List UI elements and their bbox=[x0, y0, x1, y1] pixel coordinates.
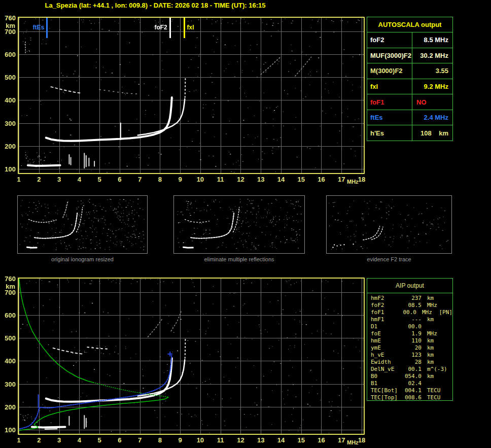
bottom-y-unit-label: km bbox=[1, 283, 15, 290]
bottom-x-tick-10: 10 bbox=[193, 436, 208, 444]
top-x-tick-1: 1 bbox=[11, 176, 26, 183]
top-y-tick-300: 300 bbox=[1, 120, 16, 127]
autoscala-param-value: 9.2 MHz bbox=[412, 83, 452, 90]
autoscala-param-label: foF2 bbox=[367, 32, 412, 48]
thumbnail-1-image bbox=[17, 195, 148, 254]
bottom-x-tick-14: 14 bbox=[273, 436, 289, 444]
bottom-y-tick-600: 600 bbox=[1, 312, 16, 319]
aip-param-label: TEC[Top] bbox=[371, 394, 400, 401]
aip-row-fof1: foF100.0MHz[PN] bbox=[371, 309, 452, 316]
autoscala-screen: La_Spezia (lat: +44.1 , lon: 009.8) - DA… bbox=[0, 0, 491, 448]
aip-param-value: 004.1 bbox=[400, 387, 422, 394]
aip-param-value: 28 bbox=[400, 359, 422, 366]
aip-row-b1: B102.4 bbox=[371, 380, 452, 387]
aip-param-value: 20 bbox=[400, 344, 422, 352]
autoscala-param-value: 2.4 MHz bbox=[412, 114, 452, 121]
thumbnail-1-canvas bbox=[18, 196, 147, 253]
aip-table-title: AIP output bbox=[367, 279, 452, 293]
bottom-y-tick-500: 500 bbox=[1, 334, 16, 342]
marker-fxi-label: fxI bbox=[187, 24, 207, 31]
aip-param-unit: TECU bbox=[422, 394, 445, 401]
bottom-ionogram-plot bbox=[18, 278, 365, 435]
autoscala-table-title: AUTOSCALA output bbox=[367, 17, 452, 32]
bottom-x-tick-7: 7 bbox=[132, 436, 148, 444]
aip-row-hmf1: hmF1---km bbox=[371, 316, 452, 323]
autoscala-param-label: ftEs bbox=[367, 110, 412, 125]
top-x-tick-7: 7 bbox=[132, 176, 148, 183]
thumbnail-2-label: eliminate multiple reflections bbox=[173, 256, 305, 262]
aip-param-value: --- bbox=[400, 316, 422, 323]
bottom-y-tick-200: 200 bbox=[1, 403, 16, 411]
aip-param-value: 00.0 bbox=[400, 323, 422, 330]
thumbnail-3-canvas bbox=[327, 196, 451, 253]
autoscala-output-table: AUTOSCALA output foF28.5 MHzMUF(3000)F23… bbox=[367, 17, 453, 141]
autoscala-row-ftes: ftEs2.4 MHz bbox=[367, 110, 452, 125]
top-x-tick-4: 4 bbox=[72, 176, 87, 183]
aip-param-value: 110 bbox=[400, 337, 422, 344]
bottom-y-tick-760: 760 bbox=[1, 275, 16, 283]
aip-row-hve: h_vE123km bbox=[371, 352, 452, 359]
aip-row-tecbot: TEC[Bot]004.1TECU bbox=[371, 387, 452, 394]
aip-param-unit bbox=[422, 380, 445, 387]
marker-fof2-line bbox=[169, 18, 171, 38]
aip-row-yme: ymE20km bbox=[371, 344, 452, 352]
bottom-y-tick-300: 300 bbox=[1, 381, 16, 388]
autoscala-param-value: NO bbox=[412, 98, 452, 106]
bottom-x-tick-12: 12 bbox=[233, 436, 248, 444]
aip-param-value: 00.0 bbox=[397, 309, 416, 316]
autoscala-param-label: foF1 bbox=[367, 94, 412, 110]
top-x-tick-5: 5 bbox=[92, 176, 107, 183]
aip-param-value: 123 bbox=[400, 352, 422, 359]
aip-param-value: 08.5 bbox=[400, 302, 422, 309]
aip-output-table: AIP output hmF2237kmfoF208.5MHzfoF100.0M… bbox=[367, 278, 453, 401]
aip-param-unit: km bbox=[422, 344, 445, 352]
aip-param-value: 054.0 bbox=[400, 373, 422, 380]
aip-param-label: foF2 bbox=[371, 302, 400, 309]
aip-param-label: B1 bbox=[371, 380, 400, 387]
aip-param-label: B0 bbox=[371, 373, 400, 380]
bottom-x-tick-2: 2 bbox=[31, 436, 47, 444]
autoscala-param-value: 3.55 bbox=[412, 67, 452, 75]
aip-param-unit: MHz bbox=[416, 309, 438, 316]
autoscala-param-value: 30.2 MHz bbox=[412, 52, 452, 59]
top-x-tick-9: 9 bbox=[172, 176, 188, 183]
aip-param-unit: km bbox=[422, 316, 445, 323]
bottom-x-tick-3: 3 bbox=[52, 436, 67, 444]
top-y-unit-label: km bbox=[1, 22, 15, 29]
thumbnail-2-image bbox=[173, 195, 305, 254]
marker-fxi-line bbox=[184, 18, 185, 38]
autoscala-param-label: MUF(3000)F2 bbox=[367, 48, 412, 63]
aip-row-fof2: foF208.5MHz bbox=[371, 302, 452, 309]
bottom-x-tick-13: 13 bbox=[253, 436, 268, 444]
aip-param-unit: km bbox=[422, 295, 445, 302]
autoscala-param-value: 8.5 MHz bbox=[412, 36, 452, 44]
thumbnail-2-canvas bbox=[174, 196, 304, 253]
bottom-y-tick-400: 400 bbox=[1, 357, 16, 365]
aip-param-unit: km bbox=[422, 337, 445, 344]
autoscala-param-value: 108 km bbox=[412, 129, 452, 137]
aip-param-label: hmF1 bbox=[371, 316, 400, 323]
top-y-tick-200: 200 bbox=[1, 143, 16, 150]
bottom-x-tick-1: 1 bbox=[11, 436, 26, 444]
aip-param-value: 00.1 bbox=[400, 366, 422, 373]
aip-param-label: hmF2 bbox=[371, 295, 400, 302]
aip-row-delnve: DelN_vE00.1m^(-3) bbox=[371, 366, 452, 373]
autoscala-row-muf3000f2: MUF(3000)F230.2 MHz bbox=[367, 48, 452, 63]
aip-param-unit bbox=[422, 323, 445, 330]
marker-ftes-line bbox=[46, 18, 48, 38]
top-y-tick-600: 600 bbox=[1, 51, 16, 58]
aip-param-value: 237 bbox=[400, 295, 422, 302]
autoscala-param-label: h'Es bbox=[367, 125, 412, 141]
aip-param-unit: MHz bbox=[422, 330, 445, 337]
top-y-tick-500: 500 bbox=[1, 74, 16, 81]
aip-param-label: D1 bbox=[371, 323, 400, 330]
aip-param-label: h_vE bbox=[371, 352, 400, 359]
aip-param-value: 02.4 bbox=[400, 380, 422, 387]
aip-param-label: ymE bbox=[371, 344, 400, 352]
aip-row-ewidth: Ewidth28km bbox=[371, 359, 452, 366]
aip-param-label: DelN_vE bbox=[371, 366, 400, 373]
top-x-tick-8: 8 bbox=[152, 176, 167, 183]
aip-param-unit: m^(-3) bbox=[422, 366, 445, 373]
aip-param-unit: km bbox=[422, 373, 445, 380]
aip-param-label: foE bbox=[371, 330, 400, 337]
